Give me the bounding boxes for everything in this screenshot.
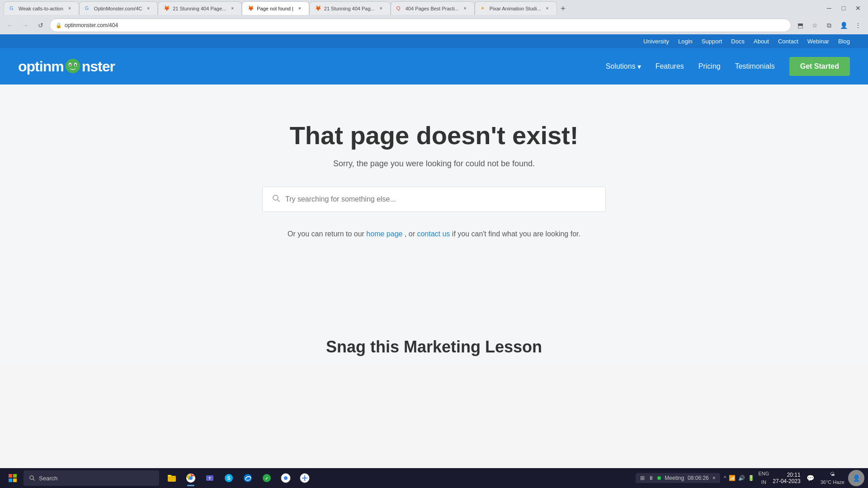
search-box[interactable]: [262, 187, 606, 212]
tab-close-6[interactable]: ×: [462, 5, 469, 12]
tab-close-5[interactable]: ×: [377, 5, 385, 12]
menu-button[interactable]: ⋮: [852, 19, 864, 32]
search-icon: [272, 194, 281, 205]
return-text-before: Or you can return to our: [288, 230, 366, 238]
bookmark-button[interactable]: ☆: [808, 19, 821, 32]
tab-6[interactable]: Q 404 Pages Best Practi... ×: [391, 1, 475, 15]
tab-favicon-2: G: [85, 5, 91, 12]
bottom-teaser: Snag this Marketing Lesson: [0, 328, 868, 366]
lock-icon: 🔒: [56, 23, 62, 28]
cast-button[interactable]: ⬒: [794, 19, 807, 32]
browser-titlebar: G Weak calls-to-action × G OptinMonster.…: [0, 0, 868, 16]
content-area: That page doesn't exist! Sorry, the page…: [0, 84, 868, 328]
nav-links: Solutions ▾ Features Pricing Testimonial…: [606, 57, 850, 76]
tab-1[interactable]: G Weak calls-to-action ×: [4, 1, 79, 15]
logo-monster-icon: [65, 58, 81, 74]
nav-features[interactable]: Features: [656, 62, 684, 70]
topbar-about[interactable]: About: [754, 38, 769, 45]
window-controls: ─ □ ✕: [823, 2, 864, 14]
tab-4-active[interactable]: 🦊 Page not found | ×: [242, 1, 309, 15]
extensions-button[interactable]: ⧉: [823, 19, 835, 32]
tab-7[interactable]: ✦ Pixar Animation Studi... ×: [475, 1, 557, 15]
tab-close-7[interactable]: ×: [544, 5, 551, 12]
tab-favicon-5: 🦊: [315, 5, 321, 12]
svg-point-4: [75, 64, 76, 66]
url-text: optinmonster.com/404: [65, 22, 118, 28]
svg-point-0: [66, 59, 80, 73]
tab-favicon-7: ✦: [481, 5, 487, 12]
main-nav: optinm nster Solutions ▾ Features Prici: [0, 48, 868, 84]
tab-5[interactable]: 🦊 21 Stunning 404 Pag... ×: [309, 1, 391, 15]
tab-title-6: 404 Pages Best Practi...: [406, 6, 459, 11]
tab-close-3[interactable]: ×: [229, 5, 236, 12]
back-button[interactable]: ←: [4, 19, 16, 32]
address-bar[interactable]: 🔒 optinmonster.com/404: [50, 19, 791, 32]
tab-title-5: 21 Stunning 404 Pag...: [324, 6, 375, 11]
topbar-university[interactable]: University: [643, 38, 669, 45]
return-text-after: if you can't find what you are looking f…: [452, 230, 580, 238]
topbar-webinar[interactable]: Webinar: [807, 38, 829, 45]
toolbar-actions: ⬒ ☆ ⧉ 👤 ⋮: [794, 19, 864, 32]
tab-favicon-1: G: [9, 5, 16, 12]
topbar-blog[interactable]: Blog: [838, 38, 850, 45]
logo-area[interactable]: optinm nster: [18, 58, 115, 75]
browser-toolbar: ← → ↺ 🔒 optinmonster.com/404 ⬒ ☆ ⧉ 👤 ⋮: [0, 16, 868, 34]
search-input[interactable]: [285, 195, 596, 203]
close-window-button[interactable]: ✕: [852, 2, 864, 14]
browser-window: G Weak calls-to-action × G OptinMonster.…: [0, 0, 868, 34]
contact-us-link[interactable]: contact us: [417, 230, 450, 238]
nav-pricing[interactable]: Pricing: [698, 62, 721, 70]
tab-favicon-3: 🦊: [164, 5, 170, 12]
error-title: That page doesn't exist!: [290, 121, 579, 150]
topbar-login[interactable]: Login: [678, 38, 693, 45]
get-started-button[interactable]: Get Started: [789, 57, 850, 76]
svg-point-3: [69, 64, 71, 66]
profile-button[interactable]: 👤: [837, 19, 850, 32]
tab-3[interactable]: 🦊 21 Stunning 404 Page... ×: [158, 1, 242, 15]
new-tab-button[interactable]: +: [557, 2, 570, 15]
nav-solutions[interactable]: Solutions ▾: [606, 62, 641, 71]
tab-title-7: Pixar Animation Studi...: [490, 6, 541, 11]
tab-title-4: Page not found |: [257, 6, 293, 11]
tab-favicon-6: Q: [396, 5, 403, 12]
topbar-support[interactable]: Support: [702, 38, 722, 45]
solutions-chevron-icon: ▾: [637, 62, 641, 71]
forward-button[interactable]: →: [19, 19, 32, 32]
logo-text-part2: nster: [82, 58, 115, 75]
tab-title-2: OptinMonster.com/4C: [94, 6, 142, 11]
error-subtitle: Sorry, the page you were looking for cou…: [333, 159, 535, 169]
tab-2[interactable]: G OptinMonster.com/4C ×: [79, 1, 158, 15]
tab-favicon-4: 🦊: [248, 5, 254, 12]
topbar-contact[interactable]: Contact: [778, 38, 798, 45]
tab-title-1: Weak calls-to-action: [19, 6, 63, 11]
nav-solutions-label: Solutions: [606, 62, 636, 70]
teaser-heading: Snag this Marketing Lesson: [18, 338, 850, 357]
logo-text-part1: optinm: [18, 58, 64, 75]
minimize-button[interactable]: ─: [823, 2, 835, 14]
nav-testimonials[interactable]: Testimonials: [735, 62, 775, 70]
top-bar: University Login Support Docs About Cont…: [0, 34, 868, 48]
website-content: University Login Support Docs About Cont…: [0, 34, 868, 366]
tab-title-3: 21 Stunning 404 Page...: [173, 6, 226, 11]
tab-close-2[interactable]: ×: [145, 5, 152, 12]
topbar-docs[interactable]: Docs: [731, 38, 745, 45]
return-text: Or you can return to our home page , or …: [288, 230, 580, 238]
maximize-button[interactable]: □: [837, 2, 850, 14]
refresh-button[interactable]: ↺: [34, 19, 47, 32]
home-page-link[interactable]: home page: [366, 230, 402, 238]
return-text-middle: , or: [405, 230, 417, 238]
tab-close-1[interactable]: ×: [66, 5, 73, 12]
tab-close-4[interactable]: ×: [296, 5, 303, 12]
tab-bar: G Weak calls-to-action × G OptinMonster.…: [4, 1, 817, 15]
logo: optinm nster: [18, 58, 115, 75]
